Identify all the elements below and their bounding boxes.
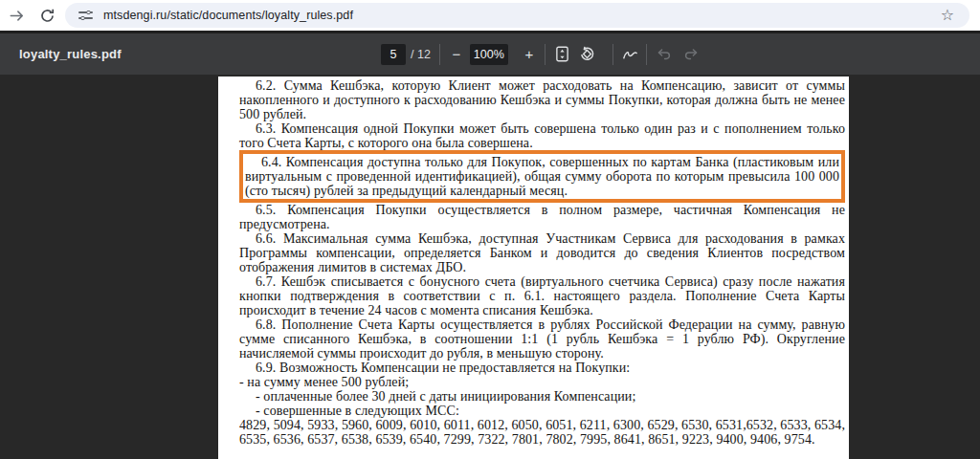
paragraph-6-7: 6.7. Кешбэк списывается с бонусного счет… xyxy=(239,274,845,317)
toolbar-divider xyxy=(439,44,440,65)
pdf-page-5: 6.2. Сумма Кешбэка, которую Клиент может… xyxy=(218,76,849,459)
paragraph-6-8: 6.8. Пополнение Счета Карты осуществляет… xyxy=(239,317,845,361)
zoom-level-value: 100% xyxy=(470,44,508,65)
forward-icon xyxy=(9,8,25,24)
toolbar-divider xyxy=(612,44,613,65)
bookmark-star-icon[interactable]: ☆ xyxy=(941,8,954,23)
annotate-button[interactable] xyxy=(622,44,638,65)
reload-icon xyxy=(39,8,56,24)
mcc-codes: 4829, 5094, 5933, 5960, 6009, 6010, 6011… xyxy=(239,418,845,447)
fit-to-page-button[interactable] xyxy=(554,44,570,65)
redo-icon xyxy=(683,48,699,61)
undo-button[interactable] xyxy=(657,44,673,65)
undo-icon xyxy=(657,48,672,61)
page-number-input[interactable]: 5 xyxy=(381,44,406,65)
pdf-scroll-area[interactable]: 6.2. Сумма Кешбэка, которую Клиент может… xyxy=(0,75,980,459)
pdf-filename: loyalty_rules.pdf xyxy=(19,33,122,75)
omnibox[interactable]: mtsdengi.ru/static/documents/loyalty_rul… xyxy=(65,3,969,28)
pdf-toolbar: loyalty_rules.pdf 5 / 12 − 100% + xyxy=(0,31,980,75)
paragraph-6-6: 6.6. Максимальная сумма Кешбэка, доступн… xyxy=(239,231,845,274)
document-text: 6.2. Сумма Кешбэка, которую Клиент может… xyxy=(239,78,845,447)
pdf-toolbar-controls: 5 / 12 − 100% + xyxy=(381,33,708,75)
list-item-sum: - на сумму менее 500 рублей; xyxy=(239,375,845,389)
zoom-out-button[interactable]: − xyxy=(448,44,465,65)
reload-button[interactable] xyxy=(34,3,59,28)
zoom-in-button[interactable]: + xyxy=(521,44,538,65)
fit-to-page-icon xyxy=(555,46,569,62)
paragraph-6-5: 6.5. Компенсация Покупки осуществляется … xyxy=(239,203,845,231)
url-text[interactable]: mtsdengi.ru/static/documents/loyalty_rul… xyxy=(103,9,353,22)
browser-window: mtsdengi.ru/static/documents/loyalty_rul… xyxy=(0,0,980,459)
paragraph-6-2: 6.2. Сумма Кешбэка, которую Клиент может… xyxy=(239,78,845,121)
paragraph-6-4-highlighted: 6.4. Компенсация доступна только для Пок… xyxy=(239,150,845,203)
list-item-mcc: - совершенные в следующих MCC: xyxy=(239,404,845,418)
site-info-icon[interactable] xyxy=(78,10,95,21)
toolbar-divider xyxy=(646,44,647,65)
toolbar-divider xyxy=(545,44,546,65)
list-item-30-days: - оплаченные более 30 дней с даты иниции… xyxy=(239,389,845,404)
page-count-label: / 12 xyxy=(411,48,431,61)
browser-address-bar-row: mtsdengi.ru/static/documents/loyalty_rul… xyxy=(0,0,980,31)
forward-button[interactable] xyxy=(4,3,29,28)
redo-button[interactable] xyxy=(683,44,700,65)
paragraph-6-9: 6.9. Возможность Компенсации не предоста… xyxy=(239,361,845,375)
rotate-button[interactable] xyxy=(579,44,595,65)
paragraph-6-3: 6.3. Компенсация одной Покупки может быт… xyxy=(239,121,845,150)
pen-squiggle-icon xyxy=(621,47,639,61)
rotate-icon xyxy=(579,46,595,62)
